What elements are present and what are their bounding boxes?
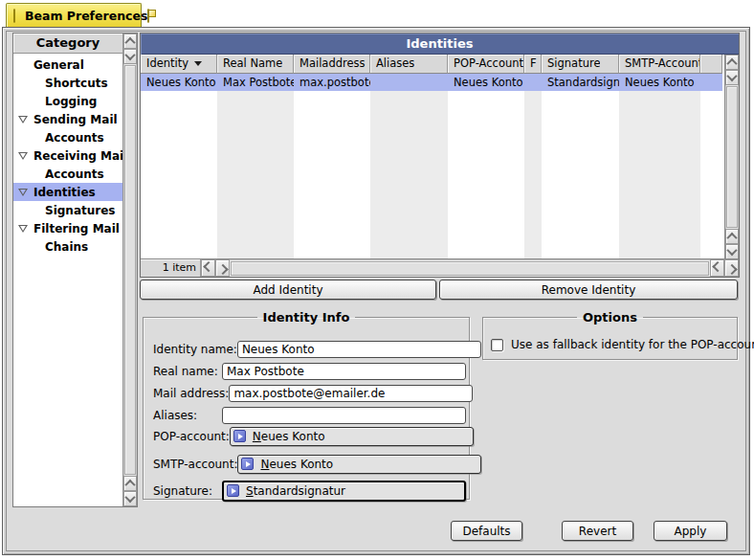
column-stripe <box>370 74 448 259</box>
sidebar-item-general[interactable]: General <box>13 56 122 74</box>
preferences-window: Category GeneralShortcutsLoggingSending … <box>2 27 750 555</box>
expander-icon[interactable] <box>18 225 29 233</box>
field-row: Identity name: <box>153 339 481 359</box>
column-header-smtp-account[interactable]: SMTP-Account <box>619 55 700 74</box>
revert-button[interactable]: Revert <box>562 521 633 541</box>
sidebar-item-chains[interactable]: Chains <box>13 237 122 256</box>
signature-menu[interactable]: Standardsignatur <box>222 481 466 502</box>
chevron-down-icon <box>124 492 135 503</box>
chevron-up-icon <box>726 233 737 243</box>
column-stripe <box>217 74 294 259</box>
column-header-mailaddress[interactable]: Mailaddress <box>294 55 370 74</box>
table-cell: Neues Konto <box>448 74 524 91</box>
scroll-down-button[interactable] <box>725 244 739 259</box>
zoom-icon[interactable] <box>147 9 149 23</box>
mail-address-field[interactable] <box>229 385 473 402</box>
sidebar-item-label: Accounts <box>45 168 104 181</box>
field-row: Real name: <box>153 361 466 381</box>
horizontal-scrollbar[interactable]: 1 item <box>141 258 739 277</box>
close-icon[interactable] <box>13 9 15 23</box>
scroll-track[interactable] <box>725 85 739 229</box>
apply-button[interactable]: Apply <box>654 521 727 541</box>
column-stripe <box>619 74 700 259</box>
scroll-right-button[interactable] <box>215 259 230 277</box>
aliases-field[interactable] <box>222 407 466 424</box>
field-row: POP-account:Neues Konto <box>153 426 474 446</box>
smtp-account-menu[interactable]: Neues Konto <box>237 455 481 474</box>
sidebar-item-sending-mail[interactable]: Sending Mail <box>13 110 122 128</box>
sidebar-item-logging[interactable]: Logging <box>13 92 122 110</box>
column-header-f[interactable]: F <box>524 55 542 74</box>
scroll-down-button[interactable] <box>123 49 137 64</box>
window-tab[interactable]: Beam Preferences <box>6 3 142 28</box>
scroll-down-button[interactable] <box>123 491 137 506</box>
sidebar-item-identities[interactable]: Identities <box>13 183 122 201</box>
column-header-signature[interactable]: Signature <box>542 55 619 74</box>
scroll-knob[interactable] <box>726 86 738 228</box>
scroll-knob[interactable] <box>231 261 709 276</box>
sidebar-item-label: Sending Mail <box>33 113 118 126</box>
identity-info-group: Identity Info Identity name:Real name:Ma… <box>143 310 470 500</box>
menu-selected-value: Neues Konto <box>260 458 333 471</box>
column-header-filler <box>700 55 722 74</box>
scroll-up-button[interactable] <box>725 55 739 70</box>
column-header-real-name[interactable]: Real Name <box>217 55 294 74</box>
scroll-right-button[interactable] <box>724 259 739 277</box>
table-body[interactable]: Neues KontoMax Postbotemax.postbote@emai… <box>141 74 722 259</box>
scroll-left-button[interactable] <box>201 259 215 277</box>
window-content: Category GeneralShortcutsLoggingSending … <box>6 31 746 551</box>
chevron-down-icon <box>726 71 737 81</box>
sidebar-item-filtering-mail[interactable]: Filtering Mail <box>13 219 122 237</box>
sidebar-scrollbar[interactable] <box>122 34 137 506</box>
pop-account-menu[interactable]: Neues Konto <box>230 427 474 446</box>
category-header[interactable]: Category <box>13 34 122 54</box>
column-header-label: F <box>530 55 537 73</box>
field-label: POP-account: <box>153 430 230 443</box>
column-header-label: SMTP-Account <box>625 55 699 73</box>
sidebar-item-signatures[interactable]: Signatures <box>13 201 122 219</box>
sidebar-item-label: Chains <box>45 240 88 254</box>
field-row: SMTP-account:Neues Konto <box>153 454 481 474</box>
column-header-pop-account[interactable]: POP-Account <box>448 55 524 74</box>
scroll-knob[interactable] <box>124 65 136 475</box>
sidebar-item-accounts[interactable]: Accounts <box>13 165 122 183</box>
chevron-up-icon <box>726 58 737 69</box>
menu-marker-icon <box>227 484 239 497</box>
scroll-track[interactable] <box>230 259 710 277</box>
scroll-up-button[interactable] <box>123 34 137 49</box>
column-stripe <box>524 74 542 259</box>
add-identity-button[interactable]: Add Identity <box>140 280 436 300</box>
table-row[interactable]: Neues KontoMax Postbotemax.postbote@emai… <box>141 74 722 91</box>
scroll-track[interactable] <box>123 64 137 476</box>
real-name-field[interactable] <box>222 363 466 380</box>
sidebar-item-label: General <box>33 58 84 72</box>
chevron-up-icon <box>124 37 135 48</box>
scroll-up-button[interactable] <box>123 476 137 491</box>
sidebar-item-label: Shortcuts <box>45 77 108 90</box>
scroll-up-button[interactable] <box>725 229 739 244</box>
field-label: Mail address: <box>153 387 229 400</box>
menu-marker-icon <box>241 458 254 470</box>
table-cell <box>524 74 542 91</box>
sidebar-item-receiving-mail[interactable]: Receiving Mail <box>13 146 122 165</box>
vertical-scrollbar[interactable] <box>724 55 739 259</box>
sidebar-item-accounts[interactable]: Accounts <box>13 128 122 146</box>
fallback-identity-checkbox[interactable] <box>491 339 503 351</box>
scroll-down-button[interactable] <box>725 70 739 85</box>
defaults-button[interactable]: Defaults <box>451 521 522 541</box>
expander-icon[interactable] <box>18 189 29 196</box>
table-cell: Max Postbote <box>217 74 294 91</box>
sidebar-item-shortcuts[interactable]: Shortcuts <box>13 74 122 92</box>
remove-identity-button[interactable]: Remove Identity <box>439 280 738 300</box>
scroll-left-button[interactable] <box>710 259 724 277</box>
column-header-identity[interactable]: Identity <box>141 55 217 74</box>
identity-name-field[interactable] <box>237 341 481 358</box>
item-count-status: 1 item <box>141 259 201 277</box>
table-cell: Neues Konto <box>141 74 217 91</box>
table-header-row: IdentityReal NameMailaddressAliasesPOP-A… <box>141 55 722 74</box>
sidebar-item-label: Logging <box>45 95 97 108</box>
field-label: Signature: <box>153 484 222 498</box>
column-header-aliases[interactable]: Aliases <box>370 55 448 74</box>
expander-icon[interactable] <box>18 116 29 123</box>
expander-icon[interactable] <box>18 152 29 160</box>
